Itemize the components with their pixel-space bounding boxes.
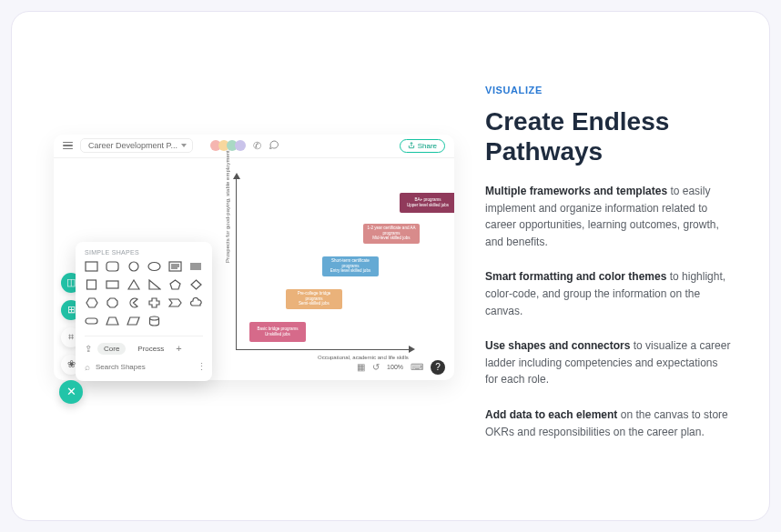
share-mini-icon[interactable]: ⇪ [85,344,92,354]
shape-category-row: ⇪ Core Process + [85,336,203,355]
close-panel-button[interactable]: ✕ [59,380,83,404]
svg-marker-24 [169,299,181,306]
y-axis [236,176,237,349]
feature-desc-4: Add data to each element on the canvas t… [485,407,733,440]
shape-row [85,297,203,309]
triangle-shape[interactable] [127,279,140,291]
ladder-block-5[interactable]: BA+ programs Upper level skilled jobs [400,193,454,213]
y-axis-arrow [233,173,240,179]
parallel-shape[interactable] [127,316,140,327]
cloud-shape[interactable] [189,297,203,309]
tag-core[interactable]: Core [97,343,126,355]
rect2-shape[interactable] [106,279,119,291]
feature-desc-3: Use shapes and connectors to visualize a… [485,337,733,388]
svg-rect-2 [106,262,118,271]
cross-shape[interactable] [147,297,161,309]
svg-marker-27 [127,317,139,325]
add-category-button[interactable]: + [176,344,181,354]
chat-icon[interactable] [269,139,279,152]
cylinder-shape[interactable] [147,316,161,327]
headline: Create Endless Pathways [485,106,733,166]
svg-marker-20 [191,280,201,289]
trap-shape[interactable] [106,316,119,327]
ladder-block-3[interactable]: Short-term certificate programs Entry le… [322,256,379,276]
svg-rect-16 [106,281,118,288]
octagon-shape[interactable] [106,297,119,309]
feature-desc-1: Multiple frameworks and templates to eas… [485,183,733,250]
svg-rect-1 [86,262,97,271]
shape-search-row: ⌕ ⋮ [85,362,203,372]
circle-shape[interactable] [127,261,140,273]
feature-card: Career Development P... ✆ Share [11,11,770,521]
shape-row [85,279,203,291]
x-axis-arrow [409,346,415,353]
hexagon-shape[interactable] [85,297,98,309]
textbox-shape[interactable] [168,261,182,273]
svg-rect-25 [86,318,97,324]
svg-marker-21 [86,298,97,307]
document-title-dropdown[interactable]: Career Development P... [80,138,193,153]
diamond-shape[interactable] [189,279,203,291]
svg-marker-17 [128,280,139,289]
svg-marker-22 [107,298,117,307]
feature-desc-2: Smart formatting and color themes to hig… [485,268,733,319]
roundrect-shape[interactable] [106,261,119,273]
zoom-level[interactable]: 100% [387,364,403,370]
svg-marker-23 [149,298,159,307]
app-screenshot: Career Development P... ✆ Share [54,135,454,398]
y-axis-label: Prospects for good-paying, stable employ… [225,150,230,263]
search-icon: ⌕ [85,362,90,372]
x-axis [236,349,409,350]
ladder-block-4[interactable]: 1-2 year certificate and AA programs Mid… [363,224,420,244]
chevron-shape[interactable] [168,297,182,309]
eyebrow: VISUALIZE [485,85,733,95]
svg-marker-18 [149,280,160,289]
barcode-shape[interactable] [189,261,203,273]
call-icon[interactable]: ✆ [253,140,261,152]
avatar [235,140,246,151]
svg-point-3 [129,262,138,271]
ellipse-shape[interactable] [147,261,161,273]
search-input[interactable] [96,363,191,371]
rect-shape[interactable] [85,261,98,273]
pentagon-shape[interactable] [168,279,182,291]
canvas-bottom-bar: ▦ ↺ 100% ⌨ ? [357,360,445,375]
svg-point-28 [150,316,159,320]
svg-marker-26 [106,317,118,325]
panel-title: SIMPLE SHAPES [85,249,203,256]
share-button[interactable]: Share [400,139,445,153]
svg-point-4 [148,263,160,271]
square-shape[interactable] [85,279,98,291]
svg-marker-19 [170,280,180,289]
tag-process[interactable]: Process [131,343,170,355]
layers-icon[interactable]: ▦ [357,362,365,372]
pill-shape[interactable] [85,316,98,327]
history-icon[interactable]: ↺ [372,362,380,372]
ladder-block-2[interactable]: Pre-college bridge programs Semi-skilled… [286,289,342,309]
rtriangle-shape[interactable] [147,279,161,291]
keyboard-icon[interactable]: ⌨ [411,362,423,372]
menu-icon[interactable] [63,142,73,150]
ladder-block-1[interactable]: Basic bridge programs Unskilled jobs [249,322,306,342]
shapes-panel: SIMPLE SHAPES [76,242,212,381]
marketing-copy: VISUALIZE Create Endless Pathways Multip… [485,85,733,447]
pacman-shape[interactable] [127,297,140,309]
shape-row [85,261,203,273]
shape-row [85,316,203,327]
svg-rect-15 [87,280,96,289]
more-options-icon[interactable]: ⋮ [197,365,208,368]
app-toolbar: Career Development P... ✆ Share [54,135,454,158]
share-label: Share [418,142,437,150]
help-button[interactable]: ? [431,360,445,375]
